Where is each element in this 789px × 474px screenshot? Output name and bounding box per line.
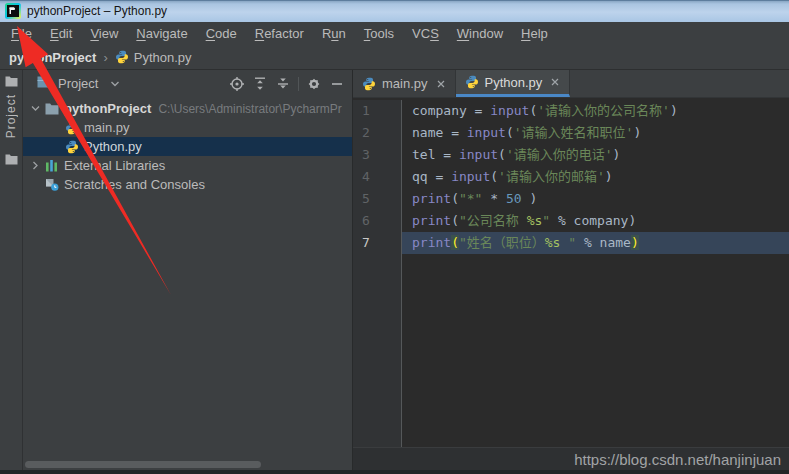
- breadcrumb: pythonProject › Python.py: [0, 45, 789, 70]
- pycharm-window: pythonProject – Python.py FileEditViewNa…: [0, 0, 789, 474]
- tree-item-label: Scratches and Consoles: [64, 177, 205, 192]
- expand-all-icon[interactable]: [252, 76, 268, 92]
- code-line[interactable]: qq = input('请输入你的邮箱'): [402, 166, 789, 188]
- hide-icon[interactable]: [329, 76, 345, 92]
- folder-icon[interactable]: [5, 76, 18, 87]
- editor-tab-main-py[interactable]: main.py: [353, 70, 456, 97]
- tree-item-label: pythonProject: [64, 101, 151, 116]
- code-lines[interactable]: company = input('请输入你的公司名称')name = input…: [402, 100, 789, 474]
- close-tab-icon[interactable]: [436, 79, 446, 89]
- main-area: Project Project pythonProjectC:\Users\Ad…: [0, 70, 789, 474]
- tab-label: Python.py: [485, 75, 543, 90]
- bottom-edge: [0, 470, 789, 474]
- locate-icon[interactable]: [229, 76, 245, 92]
- editor-tab-python-py[interactable]: Python.py: [456, 70, 571, 97]
- scratches-icon: [44, 178, 60, 191]
- panel-toolbar: [222, 76, 345, 92]
- menu-view[interactable]: View: [81, 22, 127, 45]
- menu-help[interactable]: Help: [512, 22, 557, 45]
- code-line[interactable]: print("姓名（职位）%s " % name): [402, 232, 789, 254]
- watermark-band: https://blog.csdn.net/hanjinjuan: [353, 447, 789, 470]
- line-number[interactable]: 2: [362, 122, 401, 144]
- project-root-path: C:\Users\Administrator\PycharmPr: [158, 102, 341, 116]
- line-number[interactable]: 7: [362, 232, 401, 254]
- window-title: pythonProject – Python.py: [27, 4, 167, 18]
- project-panel-header: Project: [23, 70, 352, 97]
- window-title-bar: pythonProject – Python.py: [0, 0, 789, 22]
- menu-edit[interactable]: Edit: [41, 22, 81, 45]
- chevron-down-icon[interactable]: [110, 80, 120, 88]
- toolbar-separator: [298, 77, 299, 91]
- breadcrumb-separator-icon: ›: [103, 50, 107, 65]
- tree-item-label: External Libraries: [64, 158, 165, 173]
- tool-window-stripe: Project: [0, 70, 23, 474]
- line-number[interactable]: 4: [362, 166, 401, 188]
- tree-item-python-py[interactable]: Python.py: [23, 137, 352, 156]
- python-file-icon: [115, 50, 129, 64]
- project-stripe-label[interactable]: Project: [4, 94, 18, 138]
- menu-run[interactable]: Run: [313, 22, 355, 45]
- code-line[interactable]: name = input('请输入姓名和职位'): [402, 122, 789, 144]
- line-number[interactable]: 5: [362, 188, 401, 210]
- menu-bar: FileEditViewNavigateCodeRefactorRunTools…: [0, 22, 789, 45]
- editor-area: main.pyPython.py 1234567 company = input…: [353, 70, 789, 474]
- python-file-icon: [64, 121, 80, 135]
- horizontal-scrollbar[interactable]: [25, 461, 261, 468]
- pycharm-logo-icon[interactable]: [5, 3, 21, 19]
- project-folder-icon: [37, 76, 53, 92]
- project-tool-window: Project pythonProjectC:\Users\Administra…: [23, 70, 353, 474]
- libraries-icon: [44, 159, 60, 172]
- collapse-all-icon[interactable]: [275, 76, 291, 92]
- breadcrumb-file[interactable]: Python.py: [134, 50, 192, 65]
- python-file-icon: [64, 140, 80, 154]
- caret-down-icon[interactable]: [27, 103, 44, 114]
- project-panel-title[interactable]: Project: [58, 76, 98, 91]
- code-line[interactable]: print("公司名称 %s" % company): [402, 210, 789, 232]
- tree-item-label: Python.py: [84, 139, 142, 154]
- folder-icon: [44, 103, 60, 115]
- settings-gear-icon[interactable]: [306, 76, 322, 92]
- tree-item-main-py[interactable]: main.py: [23, 118, 352, 137]
- python-file-icon: [465, 75, 479, 89]
- menu-tools[interactable]: Tools: [355, 22, 403, 45]
- breadcrumb-project[interactable]: pythonProject: [9, 50, 96, 65]
- tree-item-external-libraries[interactable]: External Libraries: [23, 156, 352, 175]
- line-number[interactable]: 1: [362, 100, 401, 122]
- tree-item-label: main.py: [84, 120, 130, 135]
- code-line[interactable]: print("*" * 50 ): [402, 188, 789, 210]
- line-number[interactable]: 3: [362, 144, 401, 166]
- code-line[interactable]: tel = input('请输入你的电话'): [402, 144, 789, 166]
- menu-navigate[interactable]: Navigate: [127, 22, 196, 45]
- code-line[interactable]: company = input('请输入你的公司名称'): [402, 100, 789, 122]
- tab-label: main.py: [382, 76, 428, 91]
- menu-vcs[interactable]: VCS: [403, 22, 448, 45]
- menu-refactor[interactable]: Refactor: [246, 22, 313, 45]
- watermark-url: https://blog.csdn.net/hanjinjuan: [574, 451, 781, 468]
- python-file-icon: [362, 77, 376, 91]
- menu-file[interactable]: File: [2, 22, 41, 45]
- code-editor[interactable]: 1234567 company = input('请输入你的公司名称')name…: [353, 98, 789, 474]
- editor-tab-bar: main.pyPython.py: [353, 70, 789, 98]
- menu-window[interactable]: Window: [448, 22, 512, 45]
- close-tab-icon[interactable]: [550, 77, 560, 87]
- tree-item-scratches-and-consoles[interactable]: Scratches and Consoles: [23, 175, 352, 194]
- line-number[interactable]: 6: [362, 210, 401, 232]
- tree-item-pythonproject[interactable]: pythonProjectC:\Users\Administrator\Pych…: [23, 99, 352, 118]
- menu-code[interactable]: Code: [197, 22, 246, 45]
- caret-right-icon[interactable]: [27, 160, 44, 171]
- line-number-gutter[interactable]: 1234567: [353, 100, 402, 474]
- folder-icon[interactable]: [5, 154, 18, 165]
- project-tree: pythonProjectC:\Users\Administrator\Pych…: [23, 97, 352, 474]
